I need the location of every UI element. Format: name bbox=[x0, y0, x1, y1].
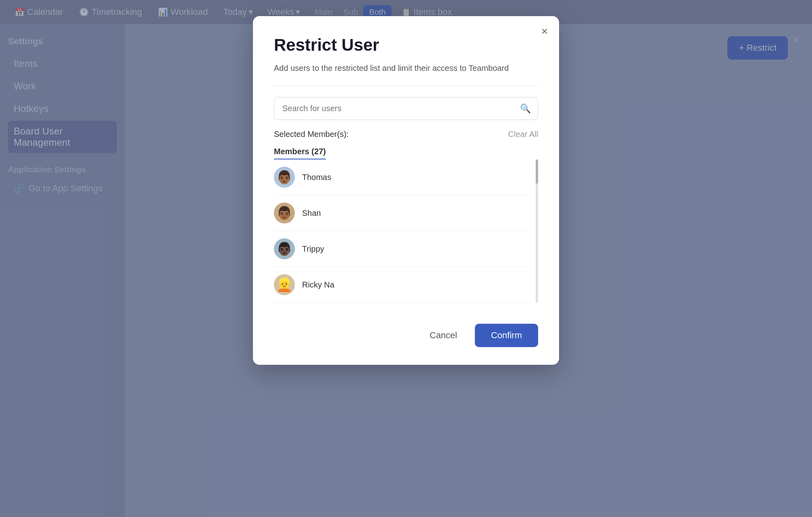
selected-members-row: Selected Member(s): Clear All bbox=[274, 130, 538, 139]
members-section: Members (27) 👨🏾 Thomas 👨🏾 Shan � bbox=[274, 147, 538, 303]
selected-members-label: Selected Member(s): bbox=[274, 130, 349, 139]
modal-overlay: × Restrict User Add users to the restric… bbox=[0, 0, 812, 517]
restrict-user-modal: × Restrict User Add users to the restric… bbox=[253, 16, 559, 365]
modal-footer: Cancel Confirm bbox=[274, 317, 538, 347]
members-scroll-container: 👨🏾 Thomas 👨🏾 Shan 👨🏿 Trippy bbox=[274, 159, 538, 303]
modal-divider bbox=[274, 85, 538, 86]
members-list: 👨🏾 Thomas 👨🏾 Shan 👨🏿 Trippy bbox=[274, 159, 532, 303]
member-name: Ricky Na bbox=[302, 280, 334, 290]
search-icon: 🔍 bbox=[520, 103, 531, 114]
modal-close-button[interactable]: × bbox=[541, 26, 548, 37]
list-item[interactable]: 👨🏾 Shan bbox=[274, 195, 532, 231]
members-tab[interactable]: Members (27) bbox=[274, 147, 326, 159]
cancel-button[interactable]: Cancel bbox=[422, 325, 465, 346]
modal-description: Add users to the restricted list and lim… bbox=[274, 62, 538, 74]
list-item[interactable]: 👨🏿 Trippy bbox=[274, 231, 532, 267]
member-name: Thomas bbox=[302, 173, 331, 182]
avatar: 👨🏾 bbox=[274, 203, 295, 223]
search-input[interactable] bbox=[274, 97, 538, 120]
confirm-button[interactable]: Confirm bbox=[475, 324, 538, 347]
clear-all-button[interactable]: Clear All bbox=[508, 130, 538, 139]
list-item[interactable]: 👱 Ricky Na bbox=[274, 267, 532, 303]
scrollbar[interactable] bbox=[536, 159, 538, 303]
modal-title: Restrict User bbox=[274, 35, 538, 55]
member-name: Trippy bbox=[302, 244, 324, 254]
list-item[interactable]: 👨🏾 Thomas bbox=[274, 159, 532, 195]
member-name: Shan bbox=[302, 209, 321, 218]
scrollbar-thumb bbox=[536, 159, 538, 184]
avatar: 👱 bbox=[274, 274, 295, 295]
avatar: 👨🏾 bbox=[274, 167, 295, 188]
search-wrapper: 🔍 bbox=[274, 97, 538, 120]
avatar: 👨🏿 bbox=[274, 238, 295, 259]
